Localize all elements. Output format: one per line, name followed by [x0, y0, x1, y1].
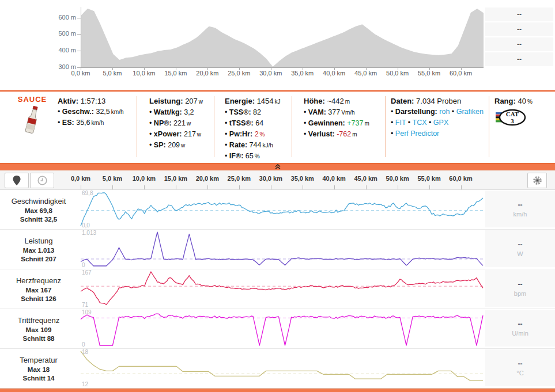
collapse-stats-button[interactable]	[0, 163, 555, 170]
xmark2	[144, 185, 145, 189]
stat-item: VAM: 377Vm/h	[304, 107, 369, 118]
y-min-label: 0,0	[82, 222, 90, 229]
metric-avg: Schnitt 32,5	[20, 216, 58, 223]
xmark2	[271, 185, 271, 189]
unit-label: bpm	[514, 290, 526, 297]
sauce-logo-text: SAUCE	[9, 95, 55, 104]
metric-row-temperatur: Temperatur Max 18 Schnitt 14 18 12 -- °C	[0, 349, 555, 389]
stat-item: Watt/kg: 3,2	[149, 107, 203, 118]
sauce-bottle-icon	[19, 103, 46, 137]
stat-item: xPower: 217w	[149, 129, 203, 140]
unit-label: °C	[516, 370, 523, 376]
clock-icon	[37, 176, 47, 185]
stats-banner: SAUCE Aktiv: 1:57:13 Geschw.: 32,5km/h E…	[0, 90, 555, 163]
zone-row: --	[485, 52, 553, 66]
xtick2: 45,0 km	[354, 175, 377, 182]
temperature-graph[interactable]: 18 12	[81, 349, 483, 387]
zone-row: --	[485, 37, 553, 51]
metric-title: Trittfrequenz	[18, 316, 60, 325]
speed-graph[interactable]: 69,8 0,0	[81, 191, 483, 228]
metric-label-block: Leistung Max 1.013 Schnitt 207	[0, 230, 77, 269]
stat-header: Leistung: 207w	[149, 96, 203, 107]
stat-item: TSS®: 82	[225, 107, 281, 118]
graph-toolbar: 0,0 km5,0 km10,0 km15,0 km20,0 km25,0 km…	[0, 170, 555, 190]
map-marker-toggle-button[interactable]	[5, 173, 29, 188]
stat-item: tTSS®: 64	[225, 118, 281, 129]
xtick2: 5,0 km	[103, 175, 122, 182]
xmark2	[239, 185, 240, 189]
metric-max: Max 69,8	[25, 207, 52, 214]
stat-item: IF®: 65%	[225, 151, 281, 162]
time-toggle-button[interactable]	[30, 173, 54, 188]
stats-col-leistung: Leistung: 207w Watt/kg: 3,2 NP®: 221w xP…	[149, 96, 203, 151]
xtick2: 60,0 km	[449, 175, 472, 182]
link-roh[interactable]: roh	[439, 108, 450, 116]
xtick: 55,0 km	[418, 70, 440, 77]
link-perf-predictor[interactable]: Perf Predictor	[395, 130, 439, 138]
xmark2	[207, 185, 208, 189]
cadence-graph[interactable]: 109 0	[81, 310, 483, 347]
link-gpx[interactable]: GPX	[433, 119, 448, 127]
Leistung-svg	[81, 230, 483, 268]
elev-xmark	[144, 68, 145, 70]
link-grafiken[interactable]: Grafiken	[456, 108, 484, 116]
svg-text:CAT: CAT	[506, 111, 519, 117]
xtick2: 20,0 km	[196, 175, 219, 182]
xtick2: 25,0 km	[228, 175, 251, 182]
y-min-label: 71	[82, 302, 88, 308]
cat3-rank-badge-icon: CAT 3	[494, 108, 527, 128]
metric-title: Geschwindigkeit	[12, 197, 66, 205]
graph-settings-button[interactable]	[527, 173, 547, 188]
xtick2: 50,0 km	[386, 175, 409, 182]
y-max-label: 69,8	[82, 190, 93, 196]
collapse-graphs-bar[interactable]	[0, 389, 555, 392]
metric-graphs: Geschwindigkeit Max 69,8 Schnitt 32,5 69…	[0, 190, 555, 389]
xtick2: 15,0 km	[164, 175, 187, 182]
xtick: 10,0 km	[133, 70, 155, 77]
stat-item: Pw:Hr: 2%	[225, 129, 281, 140]
xtick2: 35,0 km	[291, 175, 314, 182]
stat-item: NP®: 221w	[149, 118, 203, 129]
Höhenprofil-svg	[81, 7, 484, 67]
elev-xmark	[366, 68, 367, 70]
xtick: 60,0 km	[450, 70, 472, 77]
Geschwindigkeit-svg	[81, 191, 483, 228]
xtick: 40,0 km	[323, 70, 345, 77]
xmark2	[461, 185, 462, 189]
stat-header: Energie: 1454kJ	[225, 96, 281, 107]
elev-ytick: 300 m	[32, 63, 76, 70]
Temperatur-svg	[81, 349, 483, 387]
unit-label: km/h	[514, 211, 527, 218]
link-fit[interactable]: FIT	[395, 119, 406, 127]
stat-item: ES: 35,6km/h	[58, 117, 123, 128]
stats-col-hoehe: Höhe: ~442m VAM: 377Vm/h Gewinnen: +737m…	[304, 96, 369, 140]
elev-xmark	[112, 68, 113, 70]
elev-xmark	[207, 68, 208, 70]
divider	[137, 96, 137, 157]
divider	[385, 96, 386, 157]
heartrate-graph[interactable]: 167 71	[81, 270, 483, 307]
link-tcx[interactable]: TCX	[413, 119, 427, 127]
stat-header: Daten: 7.034 Proben	[391, 96, 484, 106]
xtick2: 30,0 km	[259, 175, 282, 182]
zone-value: --	[517, 55, 522, 63]
xmark2	[366, 185, 367, 189]
svg-text:3: 3	[511, 117, 514, 124]
xmark2	[81, 185, 81, 189]
stat-item: Geschw.: 32,5km/h	[58, 106, 123, 117]
live-value: --	[518, 201, 523, 209]
metric-label-block: Geschwindigkeit Max 69,8 Schnitt 32,5	[0, 190, 77, 229]
y-max-label: 1.013	[82, 230, 96, 236]
elevation-chart[interactable]	[81, 7, 484, 68]
metric-avg: Schnitt 207	[21, 256, 56, 262]
stat-item: Verlust: -762m	[304, 129, 369, 140]
stat-header: Aktiv: 1:57:13	[58, 96, 123, 106]
live-value: --	[518, 280, 523, 288]
xtick: 5,0 km	[103, 70, 122, 77]
stats-col-aktiv: Aktiv: 1:57:13 Geschw.: 32,5km/h ES: 35,…	[58, 96, 123, 128]
xmark2	[303, 185, 303, 189]
stat-item: Perf Predictor	[391, 128, 484, 139]
y-max-label: 167	[82, 269, 92, 276]
sauce-logo[interactable]: SAUCE	[9, 95, 55, 137]
power-graph[interactable]: 1.013 0	[81, 230, 483, 268]
